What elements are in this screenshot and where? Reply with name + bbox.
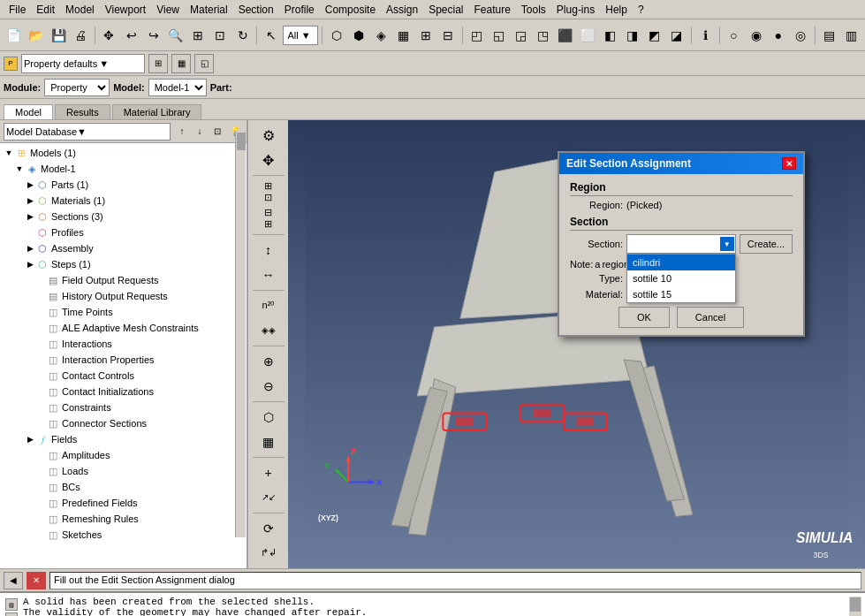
menu-tools[interactable]: Tools	[516, 2, 551, 18]
rt-tool14[interactable]: ↱↲	[252, 542, 285, 565]
extra1[interactable]: ▤	[818, 25, 838, 46]
expand-sections[interactable]: ▶	[25, 211, 35, 222]
nav-stop-btn[interactable]: ✕	[27, 572, 46, 589]
viewport-config-btn[interactable]: ⊞	[148, 54, 168, 73]
rt-tool8[interactable]: ⊖	[252, 375, 285, 398]
module-select[interactable]: Property Assembly Step	[44, 79, 110, 96]
view2[interactable]: ◱	[489, 25, 509, 46]
expand-remeshing[interactable]: ▶	[35, 513, 46, 524]
tree-item-model1[interactable]: ▼ ◈ Model-1	[0, 161, 247, 177]
expand-profiles[interactable]: ▶	[25, 227, 35, 238]
tree-item-field-output[interactable]: ▶ ▤ Field Output Requests	[0, 272, 247, 288]
menu-edit[interactable]: Edit	[31, 2, 60, 18]
tool5[interactable]: ⊞	[415, 25, 436, 46]
render4[interactable]: ◎	[790, 25, 810, 46]
menu-file[interactable]: File	[4, 2, 31, 18]
expand-models[interactable]: ▼	[4, 148, 14, 158]
menu-viewport[interactable]: Viewport	[100, 2, 151, 18]
dropdown-item-sottile15[interactable]: sottile 15	[627, 286, 735, 302]
menu-profile[interactable]: Profile	[279, 2, 320, 18]
rt-tool3[interactable]: ↕	[252, 239, 285, 262]
tree-down-btn[interactable]: ↓	[192, 124, 208, 140]
extra2[interactable]: ▥	[841, 25, 861, 46]
tree-item-connector-sections[interactable]: ▶ ◫ Connector Sections	[0, 415, 247, 431]
tool6[interactable]: ⊟	[437, 25, 458, 46]
tree-item-sketches[interactable]: ▶ ◫ Sketches	[0, 527, 247, 543]
tree-item-constraints[interactable]: ▶ ◫ Constraints	[0, 399, 247, 415]
tree-item-steps[interactable]: ▶ ⬡ Steps (1)	[0, 256, 247, 272]
extra-btn[interactable]: ◱	[194, 54, 214, 73]
rt-tool1[interactable]: ⊞⊡	[252, 179, 285, 204]
tree-item-sections[interactable]: ▶ ⬡ Sections (3)	[0, 209, 247, 224]
select-btn[interactable]: ↖	[261, 25, 281, 46]
menu-help[interactable]: Help	[600, 2, 633, 18]
view5[interactable]: ⬛	[555, 25, 575, 46]
rt-tool6[interactable]: ◈◈	[252, 319, 285, 342]
expand-assembly[interactable]: ▶	[25, 243, 35, 254]
render3[interactable]: ●	[768, 25, 788, 46]
tree-item-materials[interactable]: ▶ ⬡ Materials (1)	[0, 193, 247, 209]
view1[interactable]: ◰	[467, 25, 487, 46]
view9[interactable]: ◩	[644, 25, 664, 46]
select-dropdown[interactable]: All ▼	[283, 26, 318, 45]
console-scrollbar[interactable]	[849, 597, 861, 616]
expand-interaction-props[interactable]: ▶	[35, 354, 46, 365]
tab-material-library[interactable]: Material Library	[112, 104, 202, 119]
expand-sketches[interactable]: ▶	[35, 529, 46, 540]
view7[interactable]: ◧	[600, 25, 620, 46]
rt-tool13[interactable]: ⟳	[252, 517, 285, 540]
tree-scrollbar[interactable]	[235, 131, 246, 537]
menu-special[interactable]: Special	[423, 2, 468, 18]
tree-item-time-points[interactable]: ▶ ◫ Time Points	[0, 304, 247, 320]
section-dropdown-arrow[interactable]: ▼	[720, 237, 734, 251]
tab-results[interactable]: Results	[55, 104, 110, 119]
tree-item-ale[interactable]: ▶ ◫ ALE Adaptive Mesh Constraints	[0, 320, 247, 336]
rt-tool12[interactable]: ↗↙	[252, 486, 285, 509]
expand-amplitudes[interactable]: ▶	[35, 450, 46, 460]
new-btn[interactable]: 📄	[4, 25, 24, 46]
expand-connector-sections[interactable]: ▶	[35, 418, 46, 429]
menu-material[interactable]: Material	[185, 2, 233, 18]
info-btn[interactable]: ℹ	[695, 25, 716, 46]
render1[interactable]: ○	[724, 25, 744, 46]
menu-feature[interactable]: Feature	[468, 2, 515, 18]
expand-fields[interactable]: ▶	[25, 434, 35, 445]
tree-item-assembly[interactable]: ▶ ⬡ Assembly	[0, 240, 247, 256]
tab-model[interactable]: Model	[4, 104, 53, 119]
expand-predefined[interactable]: ▶	[35, 498, 46, 508]
tool3[interactable]: ◈	[371, 25, 391, 46]
menu-assign[interactable]: Assign	[381, 2, 423, 18]
tool2[interactable]: ⬢	[349, 25, 369, 46]
expand-ale[interactable]: ▶	[35, 323, 46, 333]
expand-parts[interactable]: ▶	[25, 179, 35, 190]
menu-view[interactable]: View	[151, 2, 185, 18]
expand-model1[interactable]: ▼	[14, 164, 25, 174]
zoom-btn[interactable]: 🔍	[165, 25, 186, 46]
print-btn[interactable]: 🖨	[71, 25, 91, 46]
model-select[interactable]: Model-1	[148, 79, 207, 96]
tree-copy-btn[interactable]: ⊡	[209, 124, 225, 140]
dropdown-item-sottile10[interactable]: sottile 10	[627, 270, 735, 286]
expand-time-points[interactable]: ▶	[35, 307, 46, 317]
menu-model[interactable]: Model	[60, 2, 100, 18]
view4[interactable]: ◳	[533, 25, 553, 46]
create-section-btn[interactable]: Create...	[740, 234, 793, 254]
expand-materials[interactable]: ▶	[25, 195, 35, 206]
rt-tool4[interactable]: ↔	[252, 263, 285, 286]
expand-interactions[interactable]: ▶	[35, 338, 46, 349]
property-defaults-dropdown[interactable]: Property defaults ▼	[21, 54, 145, 73]
tree-item-fields[interactable]: ▶ 𝑓 Fields	[0, 431, 247, 447]
dropdown-item-cilindri[interactable]: cilindri	[627, 255, 735, 270]
rotate-btn[interactable]: ↻	[232, 25, 253, 46]
tree-item-models[interactable]: ▼ ⊞ Models (1)	[0, 145, 247, 161]
rt-tool9[interactable]: ⬡	[252, 406, 285, 429]
tree-item-parts[interactable]: ▶ ⬡ Parts (1)	[0, 177, 247, 193]
model-db-dropdown[interactable]: Model Database ▼	[4, 123, 171, 141]
rt-select-btn[interactable]: ⚙	[252, 124, 285, 147]
tree-scroll-thumb[interactable]	[237, 133, 246, 150]
nav-back-btn[interactable]: ◀	[4, 572, 23, 589]
view6[interactable]: ⬜	[578, 25, 598, 46]
view3[interactable]: ◲	[511, 25, 531, 46]
tree-item-interactions[interactable]: ▶ ◫ Interactions	[0, 336, 247, 352]
zoom-fit-btn[interactable]: ⊡	[210, 25, 231, 46]
